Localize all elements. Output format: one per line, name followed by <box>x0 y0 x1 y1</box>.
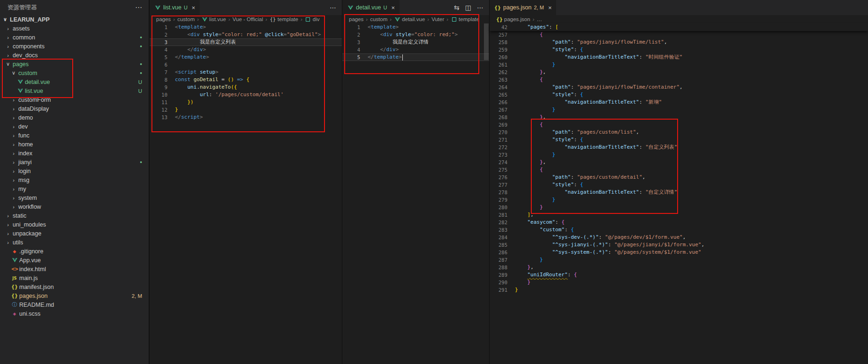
code-line[interactable]: 262 }, <box>490 68 868 76</box>
code-line[interactable]: 8const goDetail = () => { <box>150 76 342 83</box>
code-line[interactable]: 286 "^sys-system-(.*)": "@/pages/system/… <box>490 249 868 256</box>
code-line[interactable]: 290 } <box>490 279 868 286</box>
code-line[interactable]: 2 <div style="color: red;" @click="goDet… <box>150 31 342 38</box>
editor-tab-list-vue[interactable]: list.vueU× <box>150 0 200 15</box>
code-line[interactable]: 3 我是自定义详情 <box>342 38 489 46</box>
code-line[interactable]: 268 }, <box>490 114 868 121</box>
tree-file-main-js[interactable]: JSmain.js <box>0 273 149 282</box>
code-line[interactable]: 266 "navigationBarTitleText": "新增" <box>490 99 868 106</box>
tree-folder-index[interactable]: ›index <box>0 149 149 158</box>
breadcrumb-item-vue-official[interactable]: Vue - Official <box>233 16 263 22</box>
code-line[interactable]: 291} <box>490 286 868 294</box>
tree-folder-datadisplay[interactable]: ›dataDisplay <box>0 104 149 113</box>
code-line[interactable]: 285 "^sys-jianyi-(.*)": "@/pages/jianyi/… <box>490 241 868 249</box>
tree-folder-my[interactable]: ›my <box>0 184 149 193</box>
tree-folder-static[interactable]: ›static <box>0 211 149 220</box>
breadcrumb-item-pages[interactable]: pages <box>156 16 171 22</box>
tree-folder-customform[interactable]: ›customForm <box>0 95 149 104</box>
code-line[interactable]: 267 } <box>490 106 868 114</box>
breadcrumb-item-template[interactable]: {}template <box>270 16 298 22</box>
code-line[interactable]: 2 <div style="color: red;"> <box>342 31 489 38</box>
code-area[interactable]: 42 "pages": [257 {258 "path": "pages/jia… <box>490 23 868 294</box>
code-line[interactable]: 281 ], <box>490 211 868 219</box>
breadcrumb-item-custom[interactable]: custom <box>370 16 387 22</box>
code-line[interactable]: 10 url: '/pages/custom/detail' <box>150 91 342 99</box>
tree-folder-custom[interactable]: ∨custom● <box>0 68 149 77</box>
compare-changes-icon[interactable]: ⇆ <box>454 4 460 11</box>
code-line[interactable]: 274 }, <box>490 159 868 166</box>
code-line[interactable]: 1<template> <box>342 23 489 31</box>
tree-folder-func[interactable]: ›func <box>0 131 149 140</box>
tree-folder-components[interactable]: ›components● <box>0 42 149 51</box>
code-line[interactable]: 6 <box>150 61 342 68</box>
more-actions-icon[interactable]: ⋯ <box>330 4 336 11</box>
tree-folder-dev-docs[interactable]: ›dev_docs <box>0 51 149 60</box>
code-line[interactable]: 5</template> <box>150 53 342 61</box>
code-line[interactable]: 275 { <box>490 166 868 174</box>
tree-folder-demo[interactable]: ›demo <box>0 113 149 122</box>
code-line[interactable]: 3 我是自定义列表 <box>150 38 342 46</box>
tree-folder-login[interactable]: ›login <box>0 167 149 175</box>
code-line[interactable]: 288 }, <box>490 264 868 271</box>
tree-file-manifest-json[interactable]: {}manifest.json <box>0 282 149 291</box>
tree-folder-common[interactable]: ›common● <box>0 33 149 42</box>
code-line[interactable]: 4 </div> <box>342 46 489 53</box>
code-line[interactable]: 11 }) <box>150 99 342 106</box>
breadcrumb-item-custom[interactable]: custom <box>177 16 195 22</box>
more-actions-icon[interactable]: ⋯ <box>477 4 483 11</box>
code-line[interactable]: 289 "uniIdRouter": { <box>490 271 868 279</box>
code-line[interactable]: 283 "custom": { <box>490 226 868 234</box>
split-editor-icon[interactable]: ◫ <box>465 4 471 11</box>
code-line[interactable]: 257 { <box>490 31 868 38</box>
tree-folder-pages[interactable]: ∨pages● <box>0 60 149 68</box>
tree-folder-home[interactable]: ›home <box>0 140 149 149</box>
tree-file-app-vue[interactable]: App.vue <box>0 256 149 265</box>
code-line[interactable]: 258 "path": "pages/jianyi/flowTime/list"… <box>490 38 868 46</box>
code-line[interactable]: 278 "navigationBarTitleText": "自定义详情" <box>490 189 868 196</box>
code-line[interactable]: 5</template> <box>342 53 489 61</box>
code-line[interactable]: 9 uni.navigateTo({ <box>150 83 342 91</box>
code-line[interactable]: 269 { <box>490 121 868 129</box>
code-line[interactable]: 265 "style": { <box>490 91 868 99</box>
tree-file-readme-md[interactable]: ⓘREADME.md <box>0 300 149 309</box>
breadcrumb-item-[interactable]: … <box>536 16 542 22</box>
code-line[interactable]: 4 </div> <box>150 46 342 53</box>
code-line[interactable]: 280 } <box>490 204 868 211</box>
code-line[interactable]: 260 "navigationBarTitleText": "时间组件验证" <box>490 53 868 61</box>
editor-tab-pages-json[interactable]: {}pages.json2, M× <box>490 0 557 15</box>
close-icon[interactable]: × <box>391 4 395 11</box>
code-line[interactable]: 272 "navigationBarTitleText": "自定义列表" <box>490 144 868 151</box>
tree-folder-msg[interactable]: ›msg <box>0 175 149 184</box>
tree-folder-utils[interactable]: ›utils <box>0 238 149 247</box>
code-area[interactable]: 1<template>2 <div style="color: red;" @c… <box>150 23 342 121</box>
breadcrumb-item-list-vue[interactable]: list.vue <box>201 16 226 22</box>
breadcrumb-item-div[interactable]: div <box>305 16 320 22</box>
tree-file-pages-json[interactable]: {}pages.json2, M <box>0 291 149 300</box>
breadcrumb-item-detail-vue[interactable]: detail.vue <box>394 16 425 22</box>
tree-folder-dev[interactable]: ›dev <box>0 122 149 131</box>
code-line[interactable]: 264 "path": "pages/jianyi/flowTime/conta… <box>490 83 868 91</box>
scrollbar-slider[interactable] <box>484 23 489 60</box>
code-line[interactable]: 277 "style": { <box>490 181 868 189</box>
code-line[interactable]: 259 "style": { <box>490 46 868 53</box>
code-line[interactable]: 284 "^sys-dev-(.*)": "@/pages/dev/$1/for… <box>490 234 868 241</box>
tree-folder-uni-modules[interactable]: ›uni_modules <box>0 220 149 229</box>
breadcrumb-item-pages[interactable]: pages <box>349 16 363 22</box>
tree-file-index-html[interactable]: <>index.html <box>0 265 149 273</box>
code-line[interactable]: 279 } <box>490 196 868 204</box>
tree-folder-workflow[interactable]: ›workflow <box>0 202 149 211</box>
code-line[interactable]: 261 } <box>490 61 868 68</box>
tree-folder-system[interactable]: ›system <box>0 193 149 202</box>
tree-file-gitignore[interactable]: ◆.gitignore <box>0 247 149 256</box>
code-line[interactable]: 282 "easycom": { <box>490 219 868 226</box>
tree-file-detail-vue[interactable]: detail.vueU <box>0 77 149 86</box>
tree-folder-assets[interactable]: ›assets <box>0 24 149 33</box>
breadcrumb-item-template[interactable]: template <box>451 16 479 22</box>
close-icon[interactable]: × <box>192 4 196 11</box>
code-line[interactable]: 7<script setup> <box>150 68 342 76</box>
tree-root-learun-app[interactable]: ∨ LEARUN_APP <box>0 15 149 24</box>
code-area[interactable]: 1<template>2 <div style="color: red;">3 … <box>342 23 489 61</box>
code-line[interactable]: 1<template> <box>150 23 342 31</box>
tree-folder-unpackage[interactable]: ›unpackage <box>0 229 149 238</box>
breadcrumb-item-pages-json[interactable]: {}pages.json <box>496 16 530 22</box>
